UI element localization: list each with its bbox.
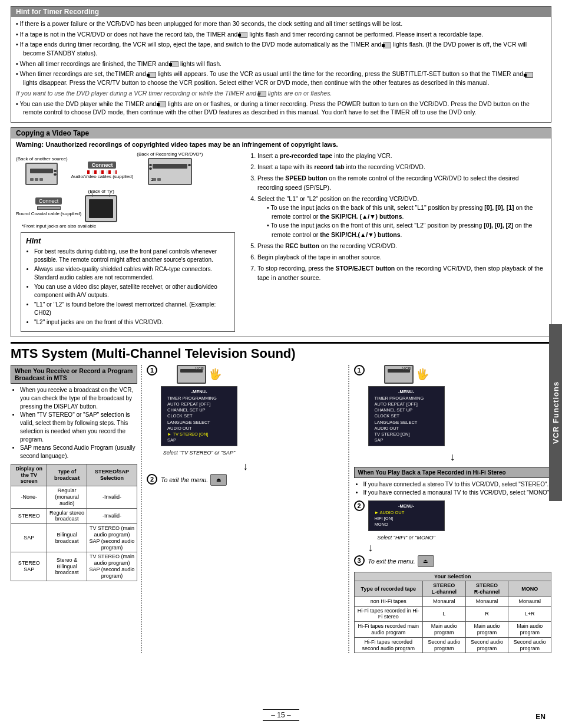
av-cables-label: Audio/Video cables (supplied) bbox=[71, 174, 134, 179]
stereo-r2-c2: Regular stereo broadcast bbox=[47, 508, 87, 524]
mts-title: MTS System (Multi-Channel Television Sou… bbox=[11, 342, 551, 361]
mts-menu-disp-2: -MENU- TIMER PROGRAMMING AUTO REPEAT [OF… bbox=[368, 386, 445, 446]
exit-menu-text-3: To exit the menu. bbox=[368, 558, 415, 565]
menu-item-2-1: TIMER PROGRAMMING bbox=[372, 396, 441, 401]
timer-icon-7: ⏹ bbox=[158, 101, 166, 107]
stereo-table: Display on the TV screen Type of broadca… bbox=[11, 464, 137, 581]
rec-jack-l2 bbox=[149, 167, 152, 170]
vcr-btn-1 bbox=[30, 178, 34, 181]
coaxial-label: Round Coaxial cable (supplied) bbox=[16, 211, 81, 216]
hifi-r2-c2: R bbox=[465, 606, 508, 622]
menu-item-1-2: AUTO REPEAT [OFF] bbox=[165, 401, 233, 407]
menu-item-2-7: TV STEREO [ON] bbox=[372, 431, 441, 437]
rec-btn-1 bbox=[153, 178, 156, 181]
stereo-col-3: STEREO/SAP Selection bbox=[87, 464, 137, 486]
copy-warning: Warning: Unauthorized recordings of copy… bbox=[11, 139, 551, 149]
timer-icon-2: ⏹ bbox=[383, 42, 391, 48]
stereo-row-1: -None- Regular (monaural audio) -Invalid… bbox=[11, 486, 137, 508]
mts-step1-row: 1 VCR 🖐 bbox=[147, 365, 345, 456]
menu-item-1-1: TIMER PROGRAMMING bbox=[165, 396, 233, 401]
rec-device-unit: (Back of Recording VCR/DVD*) 2 bbox=[137, 151, 203, 185]
timer-hint-content: • If there is a power failure or the VCR… bbox=[11, 17, 551, 122]
rec-vcr-controls bbox=[153, 178, 161, 181]
hifi-col-3: MONO bbox=[508, 581, 551, 597]
menu-item-2-5: LANGUAGE SELECT bbox=[372, 420, 441, 426]
tv-antenna-2 bbox=[109, 192, 111, 197]
timer-bullet-5: • When timer recordings are set, theTIME… bbox=[16, 70, 546, 87]
mts-step3-content: To exit the menu. ⏏ bbox=[368, 555, 434, 567]
copy-title: Copying a Video Tape bbox=[11, 128, 551, 139]
rec-jack-l1 bbox=[149, 164, 152, 166]
mts-bullet-2: When "TV STEREO" or "SAP" selection is v… bbox=[20, 411, 137, 444]
mts-menu-disp-3: -MENU- AUDIO OUT HIFI [ON] MONO bbox=[368, 500, 445, 531]
menu-item-1-7: TV STEREO [ON] bbox=[165, 431, 233, 437]
stereo-r4-c3: TV STEREO (main audio program)SAP (secon… bbox=[87, 552, 137, 581]
copy-section: Copying a Video Tape Warning: Unauthoriz… bbox=[11, 127, 551, 337]
mts-right-step1: 1 VCR 🖐 -MENU- TIMER PROGRAMMING AUTO RE… bbox=[354, 365, 552, 446]
menu-item-1-8: SAP bbox=[165, 437, 233, 443]
down-arrow-3: ↓ bbox=[368, 542, 552, 554]
hifi-r1-c1: Monaural bbox=[423, 597, 466, 606]
tv-draw bbox=[85, 195, 117, 222]
source-vcr-draw bbox=[25, 163, 58, 185]
copy-steps-list: Insert a pre-recorded tape into the play… bbox=[244, 151, 546, 285]
hifi-r3-c2: Main audio program bbox=[465, 622, 508, 638]
stereo-r3-c3: TV STEREO (main audio program)SAP (secon… bbox=[87, 524, 137, 552]
vcr-slot bbox=[30, 169, 53, 173]
menu-head-3: -MENU- bbox=[372, 503, 441, 509]
playback-bullet-1: If you have connected a stereo TV to thi… bbox=[363, 480, 552, 489]
vcr-btn-2 bbox=[35, 178, 38, 181]
hint-bullets: For best results during dubbing, use the… bbox=[34, 248, 230, 327]
timer-icon-1: ⏹ bbox=[239, 32, 247, 38]
cable-diagram: (Back of another source) bbox=[16, 151, 240, 335]
timer-hint-section: Hint for Timer Recording • If there is a… bbox=[11, 6, 551, 123]
stereo-col-1: Display on the TV screen bbox=[11, 464, 47, 486]
stereo-row-3: SAP Bilingual broadcast TV STEREO (main … bbox=[11, 524, 137, 552]
hifi-r3-c0: Hi-Fi tapes recorded main audio program bbox=[354, 622, 423, 638]
stereo-row-2: STEREO Regular stereo broadcast -Invalid… bbox=[11, 508, 137, 524]
down-arrow-1: ↓ bbox=[243, 460, 248, 473]
mts-receive-title: When You Receive or Record a Program Bro… bbox=[11, 365, 137, 384]
hifi-col-1: STEREOL-channel bbox=[423, 581, 466, 597]
hand-press-icon-1: 🖐 bbox=[209, 368, 222, 381]
hint-bullet-2: Always use video-quality shielded cables… bbox=[34, 265, 230, 282]
hifi-r2-c3: L+R bbox=[508, 606, 551, 622]
timer-icon-3: ⏹ bbox=[170, 61, 178, 67]
back-rec-vcr-label: (Back of Recording VCR/DVD*) bbox=[137, 151, 203, 157]
menu-head-2: -MENU- bbox=[372, 389, 441, 395]
timer-icon-5: ⏹ bbox=[525, 72, 533, 78]
copy-step-4a: • To use the input jacks on the back of … bbox=[267, 203, 546, 221]
hifi-table-header: Your Selection bbox=[354, 572, 551, 581]
hifi-row-2: Hi-Fi tapes recorded in Hi-Fi stereo L R… bbox=[354, 606, 551, 622]
menu-caption-2: Select "HIFI" or "MONO" bbox=[377, 535, 435, 541]
timer-hint-title: Hint for Timer Recording bbox=[11, 6, 551, 17]
hint-bullet-5: "L2" input jacks are on the front of thi… bbox=[34, 318, 230, 327]
timer-bullet-2: • If a tape is not in the VCR/DVD or doe… bbox=[16, 30, 546, 39]
mts-bullet-3: SAP means Second Audio Program (usually … bbox=[20, 444, 137, 460]
rec-vcr-draw: 2 bbox=[148, 158, 192, 185]
mts-receive-bullets: When you receive a broadcast on the VCR,… bbox=[20, 386, 137, 460]
copy-step-7: To stop recording, press the STOP/EJECT … bbox=[257, 264, 546, 282]
hifi-row-3: Hi-Fi tapes recorded main audio program … bbox=[354, 622, 551, 638]
menu-item-1-5: LANGUAGE SELECT bbox=[165, 420, 233, 426]
timer-dvd-note: • You can use the DVD player while the T… bbox=[16, 100, 546, 117]
mts-vcr-remote-1: VCR 🖐 bbox=[177, 365, 222, 384]
hifi-row-4: Hi-Fi tapes recorded second audio progra… bbox=[354, 637, 551, 653]
stereo-col-2: Type of broadcast bbox=[47, 464, 87, 486]
hint-box: Hint For best results during dubbing, us… bbox=[21, 232, 235, 332]
rec-jacks-right bbox=[188, 164, 191, 166]
playback-bullets: If you have connected a stereo TV to thi… bbox=[363, 480, 552, 497]
hifi-r4-c2: Second audio program bbox=[465, 637, 508, 653]
front-input-note: *Front input jacks are also available bbox=[22, 223, 240, 229]
timer-bullet-4: • When all timer recordings are finished… bbox=[16, 60, 546, 68]
vcr-functions-label: VCR Functions bbox=[551, 381, 560, 444]
timer-bullet-3: • If a tape ends during timer recording,… bbox=[16, 40, 546, 57]
copy-step-1: Insert a pre-recorded tape into the play… bbox=[257, 151, 546, 160]
vcr-label-1: VCR bbox=[195, 367, 204, 371]
tv-screen bbox=[89, 199, 113, 218]
hint-bullet-1: For best results during dubbing, use the… bbox=[34, 248, 230, 264]
page: Hint for Timer Recording • If there is a… bbox=[0, 0, 562, 728]
step-2-circle: 2 bbox=[147, 474, 157, 485]
hifi-r1-c2: Monaural bbox=[465, 597, 508, 606]
hint-bullet-4: "L1" or "L2" is found before the lowest … bbox=[34, 301, 230, 317]
